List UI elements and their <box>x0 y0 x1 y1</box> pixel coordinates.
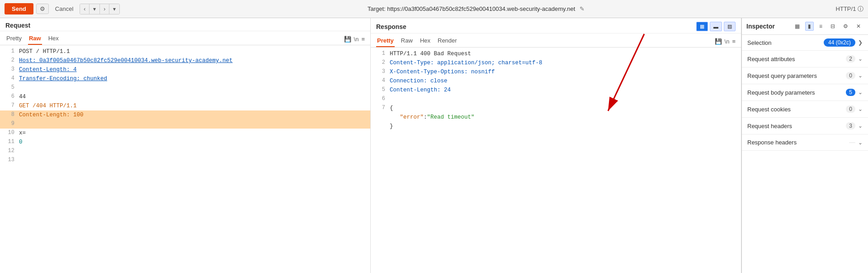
tab-request-pretty[interactable]: Pretty <box>5 33 23 45</box>
req-line-12: 12 <box>0 147 370 156</box>
resp-line-8: "error":"Read timeout" <box>371 113 741 122</box>
req-line-11: 11 0 <box>0 138 370 147</box>
insp-section-response-headers: Response headers ⌄ <box>742 134 868 151</box>
resp-line-2: 2 Content-Type: application/json; charse… <box>371 58 741 67</box>
inspector-body: Selection 44 (0x2c) ❯ Request attributes… <box>742 35 868 273</box>
edit-icon[interactable]: ✎ <box>580 5 585 12</box>
req-line-7: 7 GET /404 HTTP/1.1 <box>0 101 370 110</box>
settings-button[interactable]: ⚙ <box>36 4 49 14</box>
request-tab-icons: 💾 \n ≡ <box>344 36 365 43</box>
request-body-label: Request body parameters <box>747 89 846 96</box>
http-version[interactable]: HTTP/1 ⓘ <box>836 5 863 13</box>
resp-line-6: 6 <box>371 95 741 104</box>
tab-response-pretty[interactable]: Pretty <box>376 35 395 47</box>
insp-section-request-headers: Request headers 3 ⌄ <box>742 118 868 134</box>
resp-line-3: 3 X-Content-Type-Options: nosniff <box>371 67 741 77</box>
tab-response-render[interactable]: Render <box>437 35 458 47</box>
insp-section-request-headers-header[interactable]: Request headers 3 ⌄ <box>742 118 868 134</box>
insp-section-request-body: Request body parameters 5 ⌄ <box>742 84 868 101</box>
response-title: Response <box>376 23 406 30</box>
response-headers-badge <box>849 142 855 143</box>
request-attributes-label: Request attributes <box>747 56 846 62</box>
inspector-layout-2[interactable]: ▮ <box>805 22 814 31</box>
tab-response-hex[interactable]: Hex <box>419 35 431 47</box>
response-headers-chevron[interactable]: ⌄ <box>858 139 863 146</box>
request-title: Request <box>5 22 30 29</box>
selection-value: 44 (0x2c) <box>824 38 855 47</box>
req-line-8: 8 Content-Length: 100 <box>0 110 370 120</box>
resp-line-5: 5 Content-Length: 24 <box>371 86 741 95</box>
inspector-settings-icon[interactable]: ⚙ <box>840 22 851 31</box>
request-cookies-chevron[interactable]: ⌄ <box>858 106 863 112</box>
selection-chevron[interactable]: ❯ <box>858 39 863 46</box>
resp-line-4: 4 Connection: close <box>371 77 741 86</box>
request-body-chevron[interactable]: ⌄ <box>858 89 863 96</box>
target-prefix: Target: <box>368 5 387 12</box>
inspector-header: Inspector ▦ ▮ ≡ ⊟ ⚙ ✕ <box>742 18 868 35</box>
response-code-area[interactable]: 1 HTTP/1.1 400 Bad Request 2 Content-Typ… <box>371 48 741 273</box>
request-query-label: Request query parameters <box>747 72 846 79</box>
next-dropdown-button[interactable]: ▾ <box>109 4 119 14</box>
inspector-layout-1[interactable]: ▦ <box>792 22 802 31</box>
tab-response-raw[interactable]: Raw <box>400 35 414 47</box>
save-icon[interactable]: 💾 <box>344 36 351 43</box>
view-toggle-cols[interactable]: ▨ <box>724 22 736 31</box>
response-panel-header: Response ▦ ▬ ▨ <box>371 18 741 34</box>
request-headers-badge: 3 <box>846 122 855 129</box>
req-line-9: 9 <box>0 120 370 129</box>
resp-wrap-icon[interactable]: \n <box>725 38 730 45</box>
insp-section-request-attributes-header[interactable]: Request attributes 2 ⌄ <box>742 51 868 67</box>
request-attributes-badge: 2 <box>846 55 855 62</box>
selection-label: Selection <box>747 39 824 46</box>
response-view-controls: ▦ ▬ ▨ <box>696 22 736 31</box>
request-tabs: Pretty Raw Hex 💾 \n ≡ <box>0 31 370 45</box>
resp-line-7: 7 { <box>371 104 741 113</box>
prev-button[interactable]: ‹ <box>80 4 90 14</box>
inspector-close-icon[interactable]: ✕ <box>854 22 863 31</box>
cancel-button[interactable]: Cancel <box>52 4 77 14</box>
inspector-panel: Inspector ▦ ▮ ≡ ⊟ ⚙ ✕ Selection 44 (0x2c… <box>741 18 868 273</box>
response-tab-icons: 💾 \n ≡ <box>715 38 736 45</box>
request-attributes-chevron[interactable]: ⌄ <box>858 56 863 62</box>
request-panel: Request Pretty Raw Hex 💾 \n ≡ 1 POST / H… <box>0 18 371 273</box>
target-url: https://0a3f005a0467b50c82fc529e00410034… <box>387 5 575 12</box>
send-button[interactable]: Send <box>5 3 33 14</box>
target-info: Target: https://0a3f005a0467b50c82fc529e… <box>123 5 829 12</box>
request-code-area[interactable]: 1 POST / HTTP/1.1 2 Host: 0a3f005a0467b5… <box>0 45 370 273</box>
topbar: Send ⚙ Cancel ‹ ▾ › ▾ Target: https://0a… <box>0 0 868 18</box>
req-line-2: 2 Host: 0a3f005a0467b50c82fc529e00410034… <box>0 56 370 65</box>
resp-line-1: 1 HTTP/1.1 400 Bad Request <box>371 49 741 58</box>
insp-section-request-cookies: Request cookies 0 ⌄ <box>742 101 868 118</box>
wrap-icon[interactable]: \n <box>354 36 359 43</box>
insp-section-request-body-header[interactable]: Request body parameters 5 ⌄ <box>742 84 868 101</box>
tab-request-hex[interactable]: Hex <box>47 33 60 45</box>
resp-save-icon[interactable]: 💾 <box>715 38 722 45</box>
request-panel-header: Request <box>0 18 370 31</box>
view-toggle-list[interactable]: ▬ <box>710 22 722 31</box>
tab-request-raw[interactable]: Raw <box>28 33 42 45</box>
inspector-align-icon[interactable]: ≡ <box>816 22 825 31</box>
menu-icon[interactable]: ≡ <box>361 36 365 43</box>
request-cookies-label: Request cookies <box>747 106 846 113</box>
request-body-badge: 5 <box>846 89 855 96</box>
req-line-6: 6 44 <box>0 92 370 101</box>
request-query-badge: 0 <box>846 72 855 79</box>
response-headers-label: Response headers <box>747 139 849 146</box>
request-headers-chevron[interactable]: ⌄ <box>858 123 863 129</box>
inspector-title: Inspector <box>746 23 789 30</box>
next-button[interactable]: › <box>100 4 109 14</box>
insp-section-request-query-header[interactable]: Request query parameters 0 ⌄ <box>742 67 868 84</box>
insp-section-request-cookies-header[interactable]: Request cookies 0 ⌄ <box>742 101 868 117</box>
inspector-split-icon[interactable]: ⊟ <box>828 22 838 31</box>
view-toggle-grid[interactable]: ▦ <box>696 22 708 31</box>
response-tabs: Pretty Raw Hex Render 💾 \n ≡ <box>371 34 741 48</box>
req-line-5: 5 <box>0 83 370 92</box>
request-query-chevron[interactable]: ⌄ <box>858 72 863 79</box>
req-line-13: 13 <box>0 156 370 165</box>
resp-menu-icon[interactable]: ≡ <box>732 38 736 45</box>
prev-dropdown-button[interactable]: ▾ <box>90 4 100 14</box>
insp-section-response-headers-header[interactable]: Response headers ⌄ <box>742 134 868 150</box>
req-line-1: 1 POST / HTTP/1.1 <box>0 47 370 56</box>
resp-line-9: } <box>371 122 741 131</box>
selection-row: Selection 44 (0x2c) ❯ <box>742 35 868 51</box>
